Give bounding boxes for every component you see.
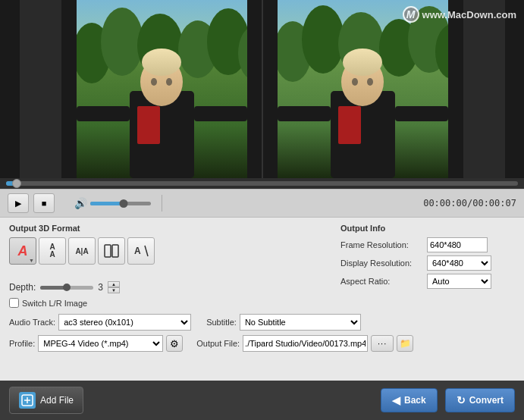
- audio-track-group: Audio Track: ac3 stereo (0x101): [9, 314, 191, 331]
- svg-rect-29: [448, 0, 463, 178]
- watermark-text: www.MacDown.com: [422, 9, 516, 20]
- format-section-title: Output 3D Format: [9, 224, 328, 233]
- svg-point-33: [352, 78, 358, 86]
- settings-row1: Output 3D Format A ▼ AA A|A: [9, 224, 515, 308]
- frame-res-label: Frame Resolution:: [340, 240, 424, 249]
- switch-lr-label: Switch L/R Image: [22, 299, 87, 308]
- switch-row: Switch L/R Image: [9, 298, 328, 308]
- output-file-label: Output File:: [196, 339, 240, 348]
- video-preview: [0, 0, 524, 178]
- subtitle-group: Subtitle: No Subtitle: [206, 314, 361, 331]
- format-btn-split[interactable]: [98, 237, 125, 265]
- add-file-svg: [20, 393, 34, 407]
- split-icon: [104, 243, 119, 259]
- svg-point-34: [367, 78, 373, 86]
- progress-area[interactable]: [0, 178, 524, 189]
- svg-rect-36: [278, 106, 331, 121]
- stop-button[interactable]: ■: [33, 193, 55, 213]
- svg-rect-9: [61, 0, 77, 178]
- depth-thumb: [63, 284, 71, 291]
- format-btn-aa-lr[interactable]: A|A: [68, 237, 96, 265]
- format-aa-lr-label: A|A: [75, 247, 88, 255]
- svg-rect-17: [77, 106, 130, 121]
- output-folder-button[interactable]: 📁: [397, 335, 413, 352]
- gear-button[interactable]: ⚙: [166, 335, 183, 352]
- depth-label: Depth:: [9, 282, 36, 293]
- output-file-group: Output File: ··· 📁: [196, 335, 413, 352]
- audio-track-select[interactable]: ac3 stereo (0x101): [58, 314, 191, 331]
- svg-rect-35: [338, 106, 361, 144]
- watermark-icon: M: [403, 6, 419, 23]
- output-info-title: Output Info: [340, 224, 515, 233]
- aspect-ratio-select[interactable]: Auto 4:3 16:9: [427, 274, 491, 289]
- svg-point-4: [101, 8, 143, 76]
- volume-fill: [90, 202, 124, 205]
- output-file-input[interactable]: [243, 335, 368, 352]
- format-section: Output 3D Format A ▼ AA A|A: [9, 224, 328, 308]
- progress-track[interactable]: [6, 181, 518, 186]
- format-a-arrow: ▼: [29, 258, 34, 263]
- progress-thumb: [12, 179, 21, 188]
- output-info-section: Output Info Frame Resolution: Display Re…: [340, 224, 515, 289]
- format-aa-tb-label: AA: [49, 243, 55, 259]
- frame-res-input[interactable]: [427, 237, 488, 252]
- format-btn-a-red[interactable]: A ▼: [9, 237, 36, 265]
- angle-icon: A: [133, 243, 149, 259]
- format-buttons: A ▼ AA A|A: [9, 237, 328, 265]
- output-dots-button[interactable]: ···: [371, 335, 394, 352]
- add-file-button[interactable]: Add File: [9, 387, 83, 414]
- bottom-bar: Add File ◀ Back ↻ Convert: [0, 381, 524, 420]
- aspect-ratio-row: Aspect Ratio: Auto 4:3 16:9: [340, 274, 515, 289]
- preview-canvas: [61, 0, 463, 178]
- display-res-select[interactable]: 640*480 800*600 1280*720: [427, 255, 491, 271]
- svg-text:A: A: [134, 246, 141, 256]
- watermark: M www.MacDown.com: [403, 6, 516, 23]
- video-side-left: [20, 0, 61, 178]
- volume-thumb: [120, 199, 128, 208]
- time-display: 00:00:00/00:00:07: [423, 198, 516, 208]
- convert-label: Convert: [469, 395, 504, 406]
- format-btn-aa-tb[interactable]: AA: [39, 237, 66, 265]
- divider: [162, 195, 162, 212]
- video-side-right: [463, 0, 505, 178]
- depth-row: Depth: 3 ▲ ▼: [9, 281, 328, 293]
- subtitle-select[interactable]: No Subtitle: [240, 314, 361, 331]
- svg-rect-40: [112, 245, 118, 257]
- profile-label: Profile:: [9, 339, 35, 348]
- svg-rect-10: [247, 0, 262, 178]
- back-icon: ◀: [392, 394, 400, 406]
- svg-point-32: [343, 49, 382, 76]
- settings-area: Output 3D Format A ▼ AA A|A: [0, 218, 524, 381]
- video-svg: [61, 0, 463, 178]
- back-label: Back: [404, 395, 426, 406]
- svg-rect-37: [395, 106, 448, 121]
- output-info-grid: Frame Resolution: Display Resolution: 64…: [340, 237, 515, 289]
- switch-lr-checkbox[interactable]: [9, 298, 19, 308]
- add-file-label: Add File: [40, 395, 74, 406]
- format-btn-angle[interactable]: A: [127, 237, 155, 265]
- back-button[interactable]: ◀ Back: [381, 388, 438, 412]
- profile-select[interactable]: MPEG-4 Video (*.mp4): [38, 335, 163, 352]
- svg-point-23: [302, 5, 344, 74]
- depth-spinner: ▲ ▼: [108, 281, 120, 293]
- depth-section: Depth: 3 ▲ ▼ Switch L/R Image: [9, 265, 328, 308]
- convert-button[interactable]: ↻ Convert: [445, 388, 515, 412]
- volume-area: 🔊: [74, 197, 151, 209]
- svg-point-13: [142, 49, 181, 76]
- svg-rect-28: [262, 0, 278, 178]
- depth-spin-down[interactable]: ▼: [108, 287, 120, 293]
- depth-spin-up[interactable]: ▲: [108, 281, 120, 287]
- audio-track-label: Audio Track:: [9, 318, 55, 327]
- settings-row3: Profile: MPEG-4 Video (*.mp4) ⚙ Output F…: [9, 335, 515, 352]
- display-res-label: Display Resolution:: [340, 259, 424, 268]
- profile-group: Profile: MPEG-4 Video (*.mp4) ⚙: [9, 335, 183, 352]
- volume-track[interactable]: [90, 202, 151, 205]
- convert-icon: ↻: [457, 394, 466, 406]
- svg-rect-16: [137, 106, 160, 144]
- svg-point-14: [151, 78, 157, 86]
- add-file-icon: [19, 392, 36, 409]
- svg-line-42: [145, 246, 148, 256]
- subtitle-label: Subtitle:: [206, 318, 237, 327]
- play-button[interactable]: ▶: [8, 193, 29, 213]
- depth-track[interactable]: [40, 286, 93, 290]
